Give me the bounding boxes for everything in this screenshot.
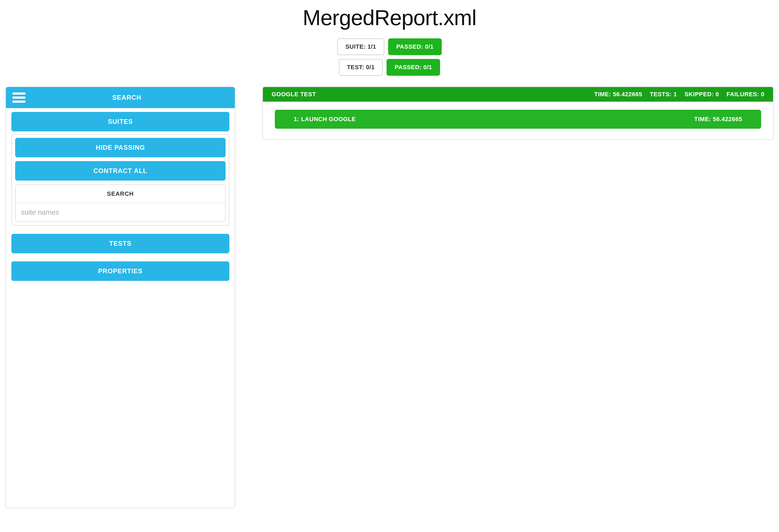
- page-title: MergedReport.xml: [0, 5, 779, 30]
- test-label: 1: LAUNCH GOOGLE: [294, 116, 356, 123]
- tests-button[interactable]: TESTS: [11, 234, 229, 253]
- suite-tests: TESTS: 1: [650, 91, 677, 98]
- suite-card: GOOGLE TEST TIME: 56.422665 TESTS: 1 SKI…: [262, 86, 774, 140]
- sidebar-header-label: SEARCH: [25, 94, 228, 102]
- properties-button[interactable]: PROPERTIES: [11, 261, 229, 281]
- suite-name: GOOGLE TEST: [272, 91, 316, 98]
- suites-section: SUITES HIDE PASSING CONTRACT ALL SEARCH: [11, 112, 229, 226]
- suite-body: 1: LAUNCH GOOGLE TIME: 56.422665: [263, 102, 773, 139]
- test-count-pill[interactable]: TEST: 0/1: [339, 59, 383, 76]
- sidebar: SEARCH SUITES HIDE PASSING CONTRACT ALL …: [5, 86, 235, 508]
- summary-row-test: TEST: 0/1 PASSED: 0/1: [339, 59, 440, 76]
- suite-header[interactable]: GOOGLE TEST TIME: 56.422665 TESTS: 1 SKI…: [263, 87, 773, 102]
- search-block-header: SEARCH: [16, 185, 225, 203]
- summary-row-suite: SUITE: 1/1 PASSED: 0/1: [337, 39, 442, 55]
- suite-passed-pill[interactable]: PASSED: 0/1: [388, 39, 442, 55]
- test-passed-pill[interactable]: PASSED: 0/1: [386, 59, 440, 76]
- suite-time: TIME: 56.422665: [594, 91, 642, 98]
- suite-skipped: SKIPPED: 0: [684, 91, 719, 98]
- summary-pills: SUITE: 1/1 PASSED: 0/1 TEST: 0/1 PASSED:…: [0, 39, 779, 76]
- test-time: TIME: 56.422665: [694, 116, 742, 123]
- suite-count-pill[interactable]: SUITE: 1/1: [337, 39, 384, 55]
- sidebar-header[interactable]: SEARCH: [6, 87, 235, 108]
- contract-all-button[interactable]: CONTRACT ALL: [15, 161, 226, 181]
- hamburger-icon[interactable]: [12, 92, 25, 103]
- suites-panel: HIDE PASSING CONTRACT ALL SEARCH: [11, 134, 229, 226]
- hide-passing-button[interactable]: HIDE PASSING: [15, 138, 226, 157]
- suite-header-stats: TIME: 56.422665 TESTS: 1 SKIPPED: 0 FAIL…: [594, 91, 764, 98]
- suite-search-input[interactable]: [16, 203, 225, 221]
- suite-failures: FAILURES: 0: [726, 91, 764, 98]
- test-row[interactable]: 1: LAUNCH GOOGLE TIME: 56.422665: [275, 110, 761, 129]
- search-block: SEARCH: [15, 184, 226, 222]
- content-area: GOOGLE TEST TIME: 56.422665 TESTS: 1 SKI…: [262, 86, 774, 508]
- suites-button[interactable]: SUITES: [11, 112, 229, 131]
